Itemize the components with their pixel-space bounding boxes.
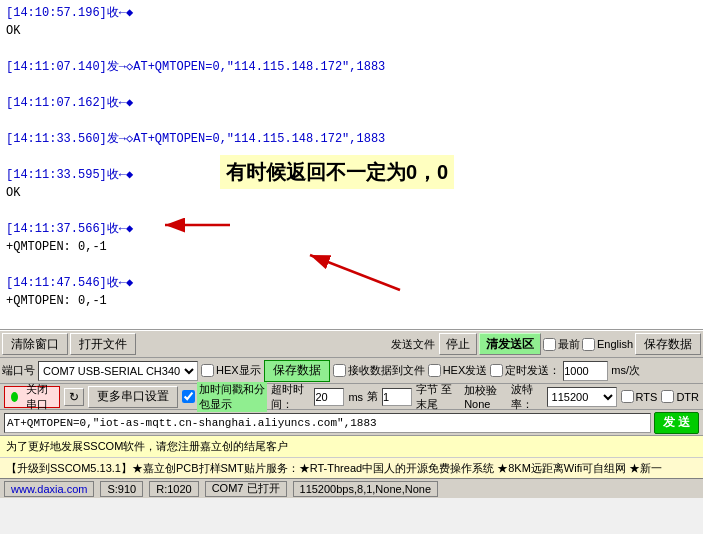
ad-text: 为了更好地发展SSCOM软件，请您注册嘉立创的结尾客户: [6, 439, 288, 454]
website-label[interactable]: www.daxia.com: [4, 481, 94, 497]
terminal-line: OK: [6, 22, 697, 40]
terminal-line: [6, 112, 697, 130]
byte-label: 字节 至 末尾: [416, 382, 460, 412]
terminal-line: [6, 310, 697, 328]
timeout-value-input[interactable]: [314, 388, 344, 406]
input-row: 发 送: [0, 410, 703, 436]
hex-display-checkbox[interactable]: [201, 364, 214, 377]
s-value: 910: [118, 483, 136, 495]
hex-send-checkbox[interactable]: [428, 364, 441, 377]
terminal-line: [14:11:58.056]发→◇AT+QMTOPEN=0,"iot-as-mq…: [6, 328, 697, 330]
r-label: R:: [156, 483, 167, 495]
baud-label: 波特率：: [511, 382, 543, 412]
r-counter: R: 1020: [149, 481, 198, 497]
timeout-label: 超时时间：: [271, 382, 311, 412]
send-button[interactable]: 发 送: [654, 412, 699, 434]
rts-checkbox[interactable]: [621, 390, 634, 403]
page-label: 第: [367, 389, 378, 404]
page-value-input[interactable]: [382, 388, 412, 406]
timer-send-checkbox[interactable]: [490, 364, 503, 377]
terminal-line: [6, 256, 697, 274]
terminal-line: [14:11:07.140]发→◇AT+QMTOPEN=0,"114.115.1…: [6, 58, 697, 76]
terminal-area: [14:10:57.196]收←◆OK [14:11:07.140]发→◇AT+…: [0, 0, 703, 330]
terminal-line: [6, 40, 697, 58]
s-counter: S: 910: [100, 481, 143, 497]
ad-bar: 为了更好地发展SSCOM软件，请您注册嘉立创的结尾客户: [0, 436, 703, 458]
terminal-line: [14:11:47.546]收←◆: [6, 274, 697, 292]
toolbar-row1: 清除窗口 打开文件 发送文件 停止 清发送区 最前 English 保存数据: [0, 330, 703, 358]
timer-send-group: 定时发送：: [490, 363, 560, 378]
dtr-group: DTR: [661, 390, 699, 403]
dtr-label: DTR: [676, 391, 699, 403]
refresh-port-button[interactable]: ↻: [64, 388, 84, 406]
refresh-icon: ↻: [69, 390, 79, 404]
save-data-button[interactable]: 保存数据: [635, 333, 701, 355]
terminal-line: +QMTOPEN: 0,-1: [6, 238, 697, 256]
port-select[interactable]: COM7 USB-SERIAL CH340: [38, 361, 198, 381]
terminal-line: +QMTOPEN: 0,-1: [6, 292, 697, 310]
status-bar: www.daxia.com S: 910 R: 1020 COM7 已打开 11…: [0, 478, 703, 498]
send-input[interactable]: [4, 413, 651, 433]
english-checkbox[interactable]: [582, 338, 595, 351]
close-port-button[interactable]: 关闭串口: [4, 386, 60, 408]
verify-label: 加校验None: [464, 383, 507, 410]
last-checkbox-group: 最前: [543, 337, 580, 352]
stop-button[interactable]: 停止: [439, 333, 477, 355]
clear-window-button[interactable]: 清除窗口: [2, 333, 68, 355]
s-label: S:: [107, 483, 117, 495]
terminal-line: [6, 202, 697, 220]
terminal-line: [14:11:37.566]收←◆: [6, 220, 697, 238]
more-settings-button[interactable]: 更多串口设置: [88, 386, 178, 408]
last-label: 最前: [558, 337, 580, 352]
rts-label: RTS: [636, 391, 658, 403]
terminal-line: [6, 76, 697, 94]
recv-file-label: 接收数据到文件: [348, 363, 425, 378]
baud-select[interactable]: 115200: [547, 387, 617, 407]
terminal-line: [14:11:33.560]发→◇AT+QMTOPEN=0,"114.115.1…: [6, 130, 697, 148]
com-config: 115200bps,8,1,None,None: [293, 481, 439, 497]
recv-file-checkbox[interactable]: [333, 364, 346, 377]
send-file-label: 发送文件: [391, 337, 435, 352]
english-label: English: [597, 338, 633, 350]
hex-send-label: HEX发送: [443, 363, 488, 378]
com-status: COM7 已打开: [205, 481, 287, 497]
open-file-button[interactable]: 打开文件: [70, 333, 136, 355]
terminal-line: [14:10:57.196]收←◆: [6, 4, 697, 22]
timeout-unit-label: ms: [348, 391, 363, 403]
annotation-text: 有时候返回不一定为0，0: [220, 155, 454, 189]
timestamp-checkbox[interactable]: [182, 390, 195, 403]
save-data-btn2[interactable]: 保存数据: [264, 360, 330, 382]
english-checkbox-group: English: [582, 338, 633, 351]
recv-file-group: 接收数据到文件: [333, 363, 425, 378]
timestamp-label: 加时间戳和分包显示: [197, 382, 267, 412]
r-value: 1020: [167, 483, 191, 495]
timer-unit-label: ms/次: [611, 363, 640, 378]
hex-display-label: HEX显示: [216, 363, 261, 378]
dtr-checkbox[interactable]: [661, 390, 674, 403]
hex-display-group: HEX显示: [201, 363, 261, 378]
terminal-line: [14:11:07.162]收←◆: [6, 94, 697, 112]
clear-send-area-button[interactable]: 清发送区: [479, 333, 541, 355]
hex-send-group: HEX发送: [428, 363, 488, 378]
timer-value-input[interactable]: [563, 361, 608, 381]
scroll-bar: 【升级到SSCOM5.13.1】★嘉立创PCB打样SMT贴片服务：★RT-Thr…: [0, 458, 703, 478]
toolbar-row3: 关闭串口 ↻ 更多串口设置 加时间戳和分包显示 超时时间： ms 第 字节 至 …: [0, 384, 703, 410]
timestamp-group: 加时间戳和分包显示: [182, 382, 267, 412]
last-checkbox[interactable]: [543, 338, 556, 351]
toolbar-row2: 端口号 COM7 USB-SERIAL CH340 HEX显示 保存数据 接收数…: [0, 358, 703, 384]
timer-send-label: 定时发送：: [505, 363, 560, 378]
rts-group: RTS: [621, 390, 658, 403]
scroll-text: 【升级到SSCOM5.13.1】★嘉立创PCB打样SMT贴片服务：★RT-Thr…: [6, 461, 662, 476]
led-indicator: [11, 392, 18, 402]
close-port-label: 关闭串口: [22, 382, 53, 412]
port-label: 端口号: [2, 363, 35, 378]
